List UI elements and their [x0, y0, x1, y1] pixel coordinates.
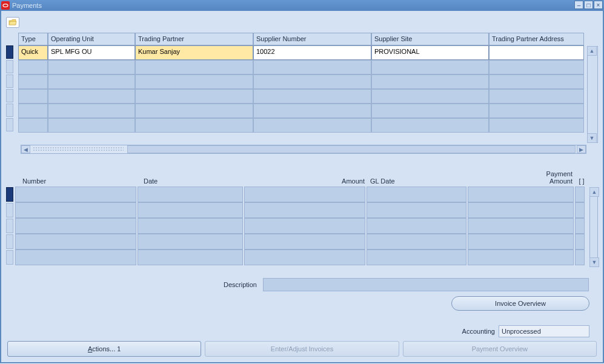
cell-amount[interactable]: [244, 202, 365, 218]
cell-type[interactable]: [18, 89, 48, 104]
payment-overview-button[interactable]: Payment Overview: [403, 341, 597, 357]
cell-payment-amount[interactable]: [468, 234, 574, 250]
scroll-track[interactable]: [30, 145, 577, 153]
cell-type[interactable]: [18, 118, 48, 133]
cell-date[interactable]: [138, 202, 243, 218]
cell-trading-partner[interactable]: [135, 89, 253, 104]
open-folder-button[interactable]: [6, 17, 19, 28]
cell-operating-unit[interactable]: [48, 74, 135, 89]
actions-button[interactable]: AActions... 1ctions... 1: [7, 341, 201, 357]
scroll-up-icon[interactable]: ▲: [587, 46, 597, 56]
row-selector[interactable]: [6, 89, 13, 102]
table-row[interactable]: Quick SPL MFG OU Kumar Sanjay 10022 PROV…: [18, 45, 586, 60]
table-row[interactable]: [15, 250, 586, 265]
scroll-down-icon[interactable]: ▼: [589, 257, 599, 267]
cell-flag[interactable]: [575, 187, 585, 202]
cell-gl-date[interactable]: [367, 187, 466, 202]
row-selector[interactable]: [6, 234, 13, 249]
enter-adjust-invoices-button[interactable]: Enter/Adjust Invoices: [205, 341, 399, 357]
cell-operating-unit[interactable]: SPL MFG OU: [48, 45, 135, 60]
top-vertical-scrollbar[interactable]: ▲ ▼: [587, 46, 598, 143]
row-selector[interactable]: [6, 118, 13, 131]
cell-supplier-number[interactable]: [253, 60, 371, 74]
row-selector[interactable]: [6, 187, 13, 202]
cell-supplier-site[interactable]: [371, 104, 489, 118]
cell-trading-partner-address[interactable]: [489, 104, 584, 118]
cell-supplier-site[interactable]: [371, 89, 489, 104]
scroll-down-icon[interactable]: ▼: [587, 133, 597, 143]
cell-payment-amount[interactable]: [468, 187, 574, 202]
maximize-button[interactable]: □: [584, 1, 593, 9]
accounting-field[interactable]: Unprocessed: [499, 325, 589, 337]
cell-date[interactable]: [138, 187, 243, 202]
scroll-up-icon[interactable]: ▲: [589, 187, 599, 197]
cell-trading-partner[interactable]: [135, 74, 253, 89]
cell-supplier-site[interactable]: PROVISIONAL: [371, 45, 489, 60]
table-row[interactable]: [18, 89, 586, 104]
bottom-vertical-scrollbar[interactable]: ▲ ▼: [589, 187, 598, 267]
cell-amount[interactable]: [244, 250, 365, 265]
cell-date[interactable]: [138, 218, 243, 234]
cell-date[interactable]: [138, 250, 243, 265]
cell-trading-partner-address[interactable]: [489, 74, 584, 89]
cell-supplier-site[interactable]: [371, 60, 489, 74]
table-row[interactable]: [15, 202, 586, 218]
cell-operating-unit[interactable]: [48, 89, 135, 104]
cell-trading-partner-address[interactable]: [489, 118, 584, 133]
cell-trading-partner-address[interactable]: [489, 45, 584, 60]
cell-date[interactable]: [138, 234, 243, 250]
cell-number[interactable]: [15, 218, 136, 234]
top-horizontal-scrollbar[interactable]: ◀ ▶: [21, 145, 586, 154]
cell-operating-unit[interactable]: [48, 60, 135, 74]
cell-gl-date[interactable]: [367, 234, 466, 250]
cell-amount[interactable]: [244, 187, 365, 202]
cell-supplier-site[interactable]: [371, 118, 489, 133]
cell-number[interactable]: [15, 202, 136, 218]
cell-type[interactable]: Quick: [18, 45, 48, 60]
close-button[interactable]: ×: [594, 1, 603, 9]
scroll-thumb[interactable]: [127, 145, 576, 153]
col-header-operating-unit[interactable]: Operating Unit: [48, 33, 135, 45]
cell-gl-date[interactable]: [367, 202, 466, 218]
cell-trading-partner[interactable]: [135, 60, 253, 74]
cell-gl-date[interactable]: [367, 250, 466, 265]
cell-number[interactable]: [15, 234, 136, 250]
cell-trading-partner[interactable]: Kumar Sanjay: [135, 45, 253, 60]
table-row[interactable]: [18, 104, 586, 118]
cell-type[interactable]: [18, 60, 48, 74]
cell-payment-amount[interactable]: [468, 250, 574, 265]
col-header-trading-partner-address[interactable]: Trading Partner Address: [489, 33, 584, 45]
cell-flag[interactable]: [575, 250, 585, 265]
table-row[interactable]: [18, 118, 586, 133]
cell-operating-unit[interactable]: [48, 118, 135, 133]
cell-supplier-site[interactable]: [371, 74, 489, 89]
col-header-supplier-site[interactable]: Supplier Site: [371, 33, 489, 45]
cell-payment-amount[interactable]: [468, 202, 574, 218]
description-field[interactable]: [263, 278, 589, 291]
col-header-trading-partner[interactable]: Trading Partner: [135, 33, 253, 45]
cell-supplier-number[interactable]: [253, 74, 371, 89]
cell-trading-partner[interactable]: [135, 104, 253, 118]
col-header-supplier-number[interactable]: Supplier Number: [253, 33, 371, 45]
table-row[interactable]: [18, 74, 586, 89]
row-selector[interactable]: [6, 60, 13, 73]
cell-type[interactable]: [18, 74, 48, 89]
cell-supplier-number[interactable]: 10022: [253, 45, 371, 60]
invoice-overview-button[interactable]: Invoice Overview: [451, 296, 589, 311]
table-row[interactable]: [18, 60, 586, 74]
cell-flag[interactable]: [575, 202, 585, 218]
row-selector[interactable]: [6, 45, 13, 59]
row-selector[interactable]: [6, 74, 13, 88]
cell-number[interactable]: [15, 250, 136, 265]
cell-number[interactable]: [15, 187, 136, 202]
cell-supplier-number[interactable]: [253, 104, 371, 118]
cell-flag[interactable]: [575, 234, 585, 250]
scroll-right-icon[interactable]: ▶: [577, 145, 586, 153]
cell-amount[interactable]: [244, 234, 365, 250]
scroll-left-icon[interactable]: ◀: [21, 145, 30, 153]
cell-supplier-number[interactable]: [253, 89, 371, 104]
table-row[interactable]: [15, 218, 586, 234]
cell-trading-partner[interactable]: [135, 118, 253, 133]
cell-supplier-number[interactable]: [253, 118, 371, 133]
row-selector[interactable]: [6, 203, 13, 217]
